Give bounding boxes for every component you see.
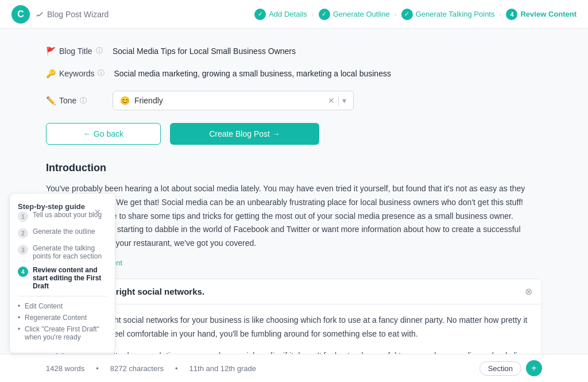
tone-row: ✏️ Tone ⓘ 😊 Friendly ✕ ▾ bbox=[46, 91, 542, 110]
section-para-1: Choosing the right social networks for y… bbox=[56, 314, 532, 341]
key-icon: 🔑 bbox=[46, 69, 56, 78]
step-generate-outline[interactable]: ✓ Generate Outline bbox=[319, 9, 390, 20]
wizard-title: Blog Post Wizard bbox=[36, 10, 109, 19]
guide-title: Step-by-step guide bbox=[18, 202, 85, 211]
guide-close-button[interactable]: ✕ bbox=[94, 207, 101, 217]
step-4-icon: 4 bbox=[506, 9, 517, 20]
create-blog-post-button[interactable]: Create Blog Post → bbox=[170, 123, 319, 145]
section-close-button[interactable]: ⊗ bbox=[525, 286, 532, 297]
go-back-button[interactable]: ← Go back bbox=[46, 123, 161, 145]
logo: C bbox=[11, 5, 30, 24]
tone-value: Friendly bbox=[134, 96, 163, 105]
guide-bullet-2: Regenerate Content bbox=[18, 314, 107, 322]
header-left: C Blog Post Wizard bbox=[11, 5, 109, 24]
tone-select-right: ✕ ▾ bbox=[328, 95, 346, 106]
tone-info-icon[interactable]: ⓘ bbox=[80, 96, 87, 106]
section-badge[interactable]: Section bbox=[479, 361, 521, 376]
guide-panel: Step-by-step guide ✕ 1 Tell us about you… bbox=[9, 193, 115, 353]
tone-label: ✏️ Tone ⓘ bbox=[46, 96, 103, 106]
blog-title-row: 🚩 Blog Title ⓘ Social Media Tips for Loc… bbox=[46, 46, 542, 56]
wizard-icon bbox=[36, 10, 44, 18]
chevron-icon-3: › bbox=[499, 10, 501, 18]
header: C Blog Post Wizard ✓ Add Details › ✓ Gen… bbox=[0, 0, 588, 29]
footer-bar: 1428 words • 8272 characters • 11th and … bbox=[0, 354, 588, 382]
tone-select[interactable]: 😊 Friendly ✕ ▾ bbox=[113, 91, 354, 110]
footer-stats: 1428 words • 8272 characters • 11th and … bbox=[46, 364, 256, 373]
keywords-value: Social media marketing, growing a small … bbox=[114, 69, 542, 78]
guide-step-3: 3 Generate the talking points for each s… bbox=[18, 244, 107, 260]
action-buttons: ← Go back Create Blog Post → bbox=[46, 123, 542, 145]
footer-right: Section + bbox=[479, 360, 542, 376]
guide-divider bbox=[18, 296, 107, 296]
guide-num-4: 4 bbox=[18, 267, 28, 277]
tone-select-left: 😊 Friendly bbox=[120, 96, 163, 105]
keywords-row: 🔑 Keywords ⓘ Social media marketing, gro… bbox=[46, 68, 542, 78]
intro-title: Introduction bbox=[46, 162, 542, 174]
pencil-icon: ✏️ bbox=[46, 96, 56, 105]
guide-step-1: 1 Tell us about your blog bbox=[18, 211, 107, 222]
guide-bullet-3: Click "Create First Draft" when you're r… bbox=[18, 325, 107, 341]
intro-text: You've probably been hearing a lot about… bbox=[46, 182, 542, 250]
chevron-icon-1: › bbox=[312, 10, 314, 18]
add-section-button[interactable]: + bbox=[526, 360, 542, 376]
step-3-icon: ✓ bbox=[401, 9, 413, 20]
step-1-icon: ✓ bbox=[254, 9, 266, 20]
char-count: 8272 characters bbox=[110, 364, 164, 373]
keywords-label: 🔑 Keywords ⓘ bbox=[46, 68, 105, 78]
guide-step-4: 4 Review content and start editing the F… bbox=[18, 266, 107, 290]
chevron-icon-2: › bbox=[394, 10, 397, 18]
guide-bullet-1: Edit Content bbox=[18, 302, 107, 310]
tone-divider bbox=[338, 95, 339, 106]
chevron-down-icon[interactable]: ▾ bbox=[342, 96, 346, 105]
section-card-header: ▶ Choose the right social networks. ⊗ bbox=[47, 279, 541, 304]
footer-dot-1: • bbox=[96, 364, 99, 373]
blog-title-info-icon[interactable]: ⓘ bbox=[96, 46, 103, 56]
steps-nav: ✓ Add Details › ✓ Generate Outline › ✓ G… bbox=[254, 9, 577, 20]
guide-step-2: 2 Generate the outline bbox=[18, 227, 107, 238]
footer-dot-2: • bbox=[175, 364, 178, 373]
keywords-info-icon[interactable]: ⓘ bbox=[98, 68, 105, 78]
step-add-details[interactable]: ✓ Add Details bbox=[254, 9, 307, 20]
smile-icon: 😊 bbox=[120, 96, 130, 105]
word-count: 1428 words bbox=[46, 364, 84, 373]
reading-grade: 11th and 12th grade bbox=[189, 364, 256, 373]
clear-tone-button[interactable]: ✕ bbox=[328, 96, 335, 105]
guide-num-3: 3 bbox=[18, 245, 28, 255]
step-review-content[interactable]: 4 Review Content bbox=[506, 9, 577, 20]
step-talking-points[interactable]: ✓ Generate Talking Points bbox=[401, 9, 495, 20]
flag-icon: 🚩 bbox=[46, 47, 56, 56]
regenerate-content-link[interactable]: ↺ Regenerate Content bbox=[46, 258, 542, 267]
guide-num-1: 1 bbox=[18, 211, 28, 222]
blog-title-label: 🚩 Blog Title ⓘ bbox=[46, 46, 103, 56]
step-2-icon: ✓ bbox=[319, 9, 330, 20]
blog-title-value: Social Media Tips for Local Small Busine… bbox=[113, 47, 542, 56]
guide-num-2: 2 bbox=[18, 228, 28, 238]
